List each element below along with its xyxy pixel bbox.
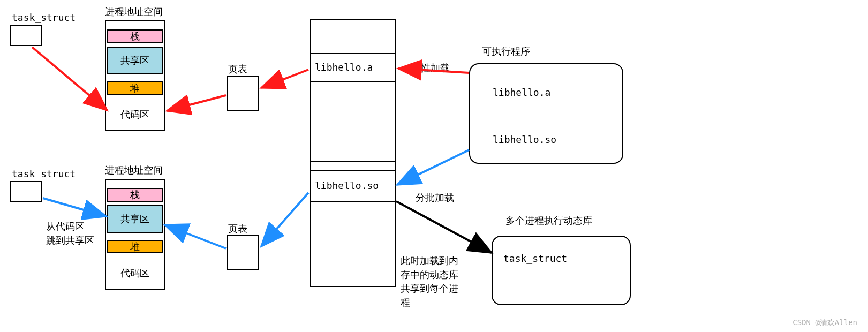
mem-divider-2 [310,81,396,82]
mem-divider-3 [310,161,396,162]
seg-stack-1: 栈 [107,29,163,43]
svg-line-8 [396,201,492,253]
executable-lib-so: libhello.so [493,134,556,145]
seg-shared-label-2: 共享区 [120,213,149,225]
executable-lib-a: libhello.a [493,87,550,98]
seg-heap-1: 堆 [107,81,163,95]
attribution: CSDN @清欢Allen [792,318,857,328]
task-struct-box-2 [10,181,42,202]
seg-shared-1: 共享区 [107,47,163,74]
seg-stack-label-2: 栈 [130,188,140,201]
svg-line-1 [167,95,226,111]
load-batch-label: 分批加载 [416,191,454,204]
svg-line-4 [397,150,469,185]
seg-stack-2: 栈 [107,188,163,202]
svg-line-5 [43,198,106,216]
mem-divider-5 [310,201,396,202]
seg-shared-2: 共享区 [107,205,163,233]
executable-box [469,63,623,164]
task-struct-box-1 [10,25,42,46]
seg-shared-label: 共享区 [120,54,149,67]
page-table-label-2: 页表 [228,222,247,235]
code-to-shared-label: 从代码区 跳到共享区 [46,220,94,247]
seg-heap-label-2: 堆 [130,240,140,253]
page-table-box-1 [227,76,259,111]
dynproc-inner: task_struct [503,253,567,264]
mem-lib-so: libhello.so [315,180,379,191]
loaded-note: 此时加载到内 存中的动态库 共享到每个进 程 [401,254,458,310]
svg-line-6 [165,225,226,248]
memory-block [310,19,396,287]
seg-stack-label: 栈 [130,30,140,43]
page-table-label-1: 页表 [228,63,247,76]
address-space-title-1: 进程地址空间 [105,5,163,18]
task-struct-label-2: task_struct [12,168,76,179]
load-once-label: 一次性加载 [402,62,450,74]
svg-line-2 [261,70,308,88]
seg-heap-label: 堆 [130,82,140,95]
dynproc-title: 多个进程执行动态库 [505,214,592,227]
dynproc-box [492,236,631,305]
task-struct-label-1: task_struct [12,12,76,23]
seg-code-label-2: 代码区 [120,267,149,280]
seg-code-2: 代码区 [106,258,164,288]
address-space-title-2: 进程地址空间 [105,164,163,177]
seg-code-label: 代码区 [120,108,149,121]
mem-divider-4 [310,170,396,171]
seg-heap-2: 堆 [107,240,163,253]
mem-divider-1 [310,53,396,54]
executable-title: 可执行程序 [482,45,530,58]
svg-line-7 [261,193,308,246]
mem-lib-a: libhello.a [315,62,373,73]
page-table-box-2 [227,235,259,270]
svg-line-0 [32,47,107,110]
seg-code-1: 代码区 [106,100,164,129]
